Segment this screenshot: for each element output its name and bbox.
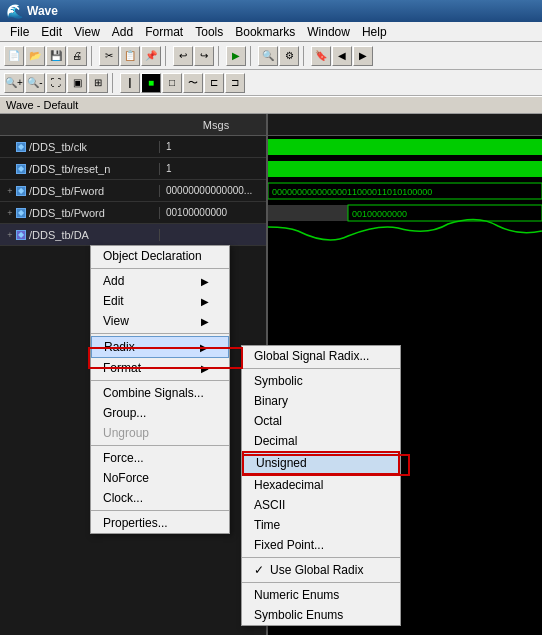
ctx-combine[interactable]: Combine Signals...: [91, 383, 229, 403]
signal-label-reset: /DDS_tb/reset_n: [29, 163, 110, 175]
ctx-radix[interactable]: Radix ▶: [91, 336, 229, 358]
menu-file[interactable]: File: [4, 23, 35, 41]
svg-text:00100000000: 00100000000: [352, 209, 407, 219]
ctx-group[interactable]: Group...: [91, 403, 229, 423]
signal-icon-fword: ◆: [16, 186, 26, 196]
toolbar-1: 📄 📂 💾 🖨 ✂ 📋 📌 ↩ ↪ ▶ 🔍 ⚙ 🔖 ◀ ▶: [0, 42, 542, 70]
menu-window[interactable]: Window: [301, 23, 356, 41]
app-icon: 🌊: [6, 3, 23, 19]
signal-name-reset: ◆ /DDS_tb/reset_n: [0, 163, 160, 175]
menu-bookmarks[interactable]: Bookmarks: [229, 23, 301, 41]
submenu-hexadecimal[interactable]: Hexadecimal: [242, 475, 400, 495]
ctx-format[interactable]: Format ▶: [91, 358, 229, 378]
toolbar-group-4: ▶: [226, 46, 246, 66]
zoom-fit-btn[interactable]: ⛶: [46, 73, 66, 93]
config-btn[interactable]: ⚙: [279, 46, 299, 66]
sep3: [218, 46, 222, 66]
toolbar-2: 🔍+ 🔍- ⛶ ▣ ⊞ | ■ □ 〜 ⊏ ⊐: [0, 70, 542, 96]
submenu-numeric-enums[interactable]: Numeric Enums: [242, 585, 400, 605]
submenu-unsigned[interactable]: Unsigned: [242, 451, 400, 475]
cut-btn[interactable]: ✂: [99, 46, 119, 66]
zoom-group: 🔍+ 🔍- ⛶ ▣ ⊞: [4, 73, 108, 93]
submenu-octal[interactable]: Octal: [242, 411, 400, 431]
submenu-decimal[interactable]: Decimal: [242, 431, 400, 451]
submenu-fixed-point[interactable]: Fixed Point...: [242, 535, 400, 555]
expand-fword[interactable]: +: [4, 185, 16, 197]
copy-btn[interactable]: 📋: [120, 46, 140, 66]
submenu-ascii[interactable]: ASCII: [242, 495, 400, 515]
run-btn[interactable]: ▶: [226, 46, 246, 66]
submenu-use-global[interactable]: ✓ Use Global Radix: [242, 560, 400, 580]
sub-sep-2: [242, 557, 400, 558]
zoom-in-btn[interactable]: 🔍+: [4, 73, 24, 93]
signal-row-da[interactable]: + ◆ /DDS_tb/DA: [0, 224, 266, 246]
submenu-symbolic-enums[interactable]: Symbolic Enums: [242, 605, 400, 625]
submenu-symbolic[interactable]: Symbolic: [242, 371, 400, 391]
nav-prev[interactable]: ◀: [332, 46, 352, 66]
sep6: [112, 73, 116, 93]
nav-next[interactable]: ▶: [353, 46, 373, 66]
bookmark-btn[interactable]: 🔖: [311, 46, 331, 66]
ctx-noforce[interactable]: NoForce: [91, 468, 229, 488]
save-btn[interactable]: 💾: [46, 46, 66, 66]
cursor-wave-btn[interactable]: 〜: [183, 73, 203, 93]
signal-name-da: + ◆ /DDS_tb/DA: [0, 229, 160, 241]
sep5: [303, 46, 307, 66]
menu-format[interactable]: Format: [139, 23, 189, 41]
cursor-next-btn[interactable]: ⊐: [225, 73, 245, 93]
zoom-all-btn[interactable]: ⊞: [88, 73, 108, 93]
menu-add[interactable]: Add: [106, 23, 139, 41]
signal-row-reset[interactable]: ◆ /DDS_tb/reset_n 1: [0, 158, 266, 180]
cursor-1-btn[interactable]: |: [120, 73, 140, 93]
open-btn[interactable]: 📂: [25, 46, 45, 66]
expand-da[interactable]: +: [4, 229, 16, 241]
title-text: Wave: [27, 4, 58, 18]
msgs-column-header: Msgs: [160, 119, 266, 131]
search-btn[interactable]: 🔍: [258, 46, 278, 66]
ctx-add[interactable]: Add ▶: [91, 271, 229, 291]
menu-help[interactable]: Help: [356, 23, 393, 41]
ctx-view[interactable]: View ▶: [91, 311, 229, 331]
cursor-prev-btn[interactable]: ⊏: [204, 73, 224, 93]
cursor-group: | ■ □ 〜 ⊏ ⊐: [120, 73, 245, 93]
signal-name-pword: + ◆ /DDS_tb/Pword: [0, 207, 160, 219]
menu-view[interactable]: View: [68, 23, 106, 41]
new-btn[interactable]: 📄: [4, 46, 24, 66]
signal-value-fword: 00000000000000...: [160, 185, 266, 196]
cursor-2-btn[interactable]: ■: [141, 73, 161, 93]
cursor-3-btn[interactable]: □: [162, 73, 182, 93]
ctx-properties[interactable]: Properties...: [91, 513, 229, 533]
signal-label-fword: /DDS_tb/Fword: [29, 185, 104, 197]
submenu-global-radix[interactable]: Global Signal Radix...: [242, 346, 400, 366]
expand-pword[interactable]: +: [4, 207, 16, 219]
zoom-out-btn[interactable]: 🔍-: [25, 73, 45, 93]
svg-text:000000000000000110000110101000: 00000000000000011000011010100000: [272, 187, 432, 197]
ctx-force[interactable]: Force...: [91, 448, 229, 468]
undo-btn[interactable]: ↩: [173, 46, 193, 66]
signal-row-clk[interactable]: ◆ /DDS_tb/clk 1: [0, 136, 266, 158]
expand-clk[interactable]: [4, 141, 16, 153]
ctx-sep-2: [91, 333, 229, 334]
signal-row-fword[interactable]: + ◆ /DDS_tb/Fword 00000000000000...: [0, 180, 266, 202]
signal-list-header: Msgs: [0, 114, 266, 136]
zoom-sel-btn[interactable]: ▣: [67, 73, 87, 93]
submenu-binary[interactable]: Binary: [242, 391, 400, 411]
sep1: [91, 46, 95, 66]
ctx-edit-arrow: ▶: [201, 296, 209, 307]
subtitle-text: Wave - Default: [6, 99, 78, 111]
ctx-edit[interactable]: Edit ▶: [91, 291, 229, 311]
menu-tools[interactable]: Tools: [189, 23, 229, 41]
svg-rect-0: [268, 139, 542, 155]
print-btn[interactable]: 🖨: [67, 46, 87, 66]
redo-btn[interactable]: ↪: [194, 46, 214, 66]
ctx-clock[interactable]: Clock...: [91, 488, 229, 508]
expand-reset[interactable]: [4, 163, 16, 175]
menu-edit[interactable]: Edit: [35, 23, 68, 41]
ctx-format-arrow: ▶: [201, 363, 209, 374]
ctx-object-declaration[interactable]: Object Declaration: [91, 246, 229, 266]
ctx-add-arrow: ▶: [201, 276, 209, 287]
submenu-time[interactable]: Time: [242, 515, 400, 535]
paste-btn[interactable]: 📌: [141, 46, 161, 66]
signal-row-pword[interactable]: + ◆ /DDS_tb/Pword 00100000000: [0, 202, 266, 224]
wave-area-header: [268, 114, 542, 136]
